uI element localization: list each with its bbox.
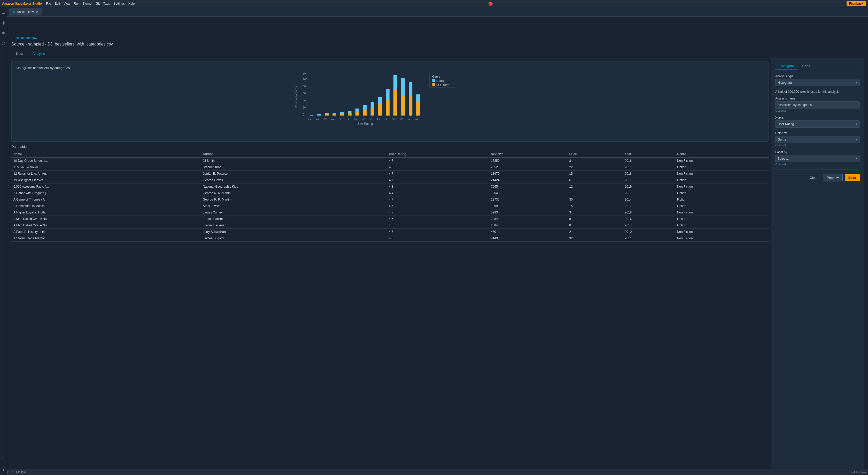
preview-button[interactable]: Preview — [823, 174, 842, 181]
menu-settings[interactable]: Settings — [114, 2, 125, 5]
svg-rect-29 — [401, 96, 405, 116]
app-logo: Amazon SageMaker Studio — [2, 2, 42, 5]
x-axis-select[interactable]: User Rating — [775, 120, 860, 128]
chart-container: Histogram: bestsellers by categories 120… — [11, 61, 769, 142]
status-bar: ⌨ x: 1 ⓘ Git: Idle untitled.flow — [0, 469, 868, 475]
tab-data[interactable]: Data — [11, 50, 28, 58]
right-panel: Configure Code Analysis type Histogram A… — [771, 58, 864, 475]
menu-edit[interactable]: Edit — [55, 2, 60, 5]
table-row: A Higher Loyalty: Truth,...James Comey4.… — [11, 209, 769, 216]
cell-author: Fredrik Backman — [201, 222, 387, 229]
left-panel: Histogram: bestsellers by categories 120… — [11, 58, 771, 475]
cell-rating: 4.6 — [387, 222, 489, 229]
cell-price: 6 — [567, 177, 623, 183]
facet-by-select[interactable]: Select... — [775, 155, 860, 162]
config-tab-nav: Configure Code — [775, 63, 860, 70]
cell-author: JJ Smith — [201, 158, 387, 164]
analysis-tab-nav: Data Analysis — [11, 50, 864, 58]
analysis-name-input[interactable] — [775, 101, 860, 109]
cell-name: 10-Day Green Smoothi... — [11, 158, 201, 164]
table-row: 10-Day Green Smoothi...JJ Smith4.7173508… — [11, 158, 769, 164]
cell-name: A Dance with Dragons (… — [11, 190, 201, 197]
cell-year: 2017 — [623, 177, 675, 183]
sidebar-icon-nodes[interactable]: ⋱ — [1, 457, 6, 463]
analysis-type-select[interactable]: Histogram — [775, 79, 860, 86]
cell-reviews: 5983 — [489, 209, 567, 216]
menu-git[interactable]: Git — [96, 2, 100, 5]
bar-fiction-3.3 — [310, 115, 313, 116]
save-button[interactable]: Save — [845, 174, 860, 181]
menu-help[interactable]: Help — [128, 2, 135, 5]
flow-icon: ◈ — [13, 10, 15, 14]
svg-text:4.5: 4.5 — [377, 118, 380, 120]
svg-text:Fiction: Fiction — [436, 79, 444, 82]
sidebar-icon-plus[interactable]: ⊕ — [1, 30, 6, 36]
svg-text:100: 100 — [303, 78, 307, 81]
cell-name: A Stolen Life: A Memoir — [11, 235, 201, 242]
cell-rating: 4.7 — [387, 197, 489, 203]
cell-rating: 4.6 — [387, 235, 489, 242]
notification-badge[interactable]: 4 — [489, 2, 493, 6]
cell-author: Jordan B. Peterson — [201, 171, 387, 177]
analysis-type-select-wrapper: Histogram — [775, 79, 860, 86]
color-by-select[interactable]: Genre — [775, 136, 860, 143]
sidebar-icon-circle[interactable]: ◉ — [1, 20, 6, 25]
config-tab-configure[interactable]: Configure — [775, 63, 798, 70]
analysis-name-label: Analysis name — [775, 97, 860, 100]
sidebar-icon-tools[interactable]: ✦ — [1, 467, 6, 473]
color-by-optional: Optional — [775, 144, 860, 147]
svg-text:User Rating: User Rating — [356, 122, 373, 126]
facet-by-select-wrapper: Select... — [775, 155, 860, 162]
table-row: 12 Rules for Life: An An...Jordan B. Pet… — [11, 171, 769, 177]
tab-analysis[interactable]: Analysis — [28, 50, 49, 58]
menu-kernel[interactable]: Kernel — [83, 2, 92, 5]
menu-view[interactable]: View — [64, 2, 70, 5]
menu-tabs[interactable]: Tabs — [103, 2, 110, 5]
table-row: A Patriot's History of th...Larry Schwei… — [11, 229, 769, 235]
svg-rect-15 — [348, 113, 351, 116]
cell-reviews: 7665 — [489, 183, 567, 190]
table-wrapper[interactable]: Name Author User Rating Reviews Price Ye… — [11, 151, 769, 475]
svg-text:20: 20 — [303, 106, 306, 109]
cell-rating: 4.7 — [387, 209, 489, 216]
status-right: untitled.flow — [851, 471, 866, 474]
config-tab-code[interactable]: Code — [798, 63, 814, 70]
svg-rect-25 — [386, 100, 390, 116]
tab-close-button[interactable]: ✕ — [36, 10, 39, 14]
cell-name: A Game of Thrones / A... — [11, 197, 201, 203]
col-price: Price — [567, 151, 623, 158]
cell-author: Fredrik Backman — [201, 216, 387, 222]
cell-author: National Geographic Kids — [201, 183, 387, 190]
x-axis-group: X axis User Rating — [775, 116, 860, 128]
cell-reviews: 21424 — [489, 177, 567, 183]
table-row: A Dance with Dragons (…George R. R. Mart… — [11, 190, 769, 197]
analysis-name-group: Analysis name Optional — [775, 97, 860, 112]
svg-text:4.95: 4.95 — [414, 118, 418, 120]
cell-price: 2 — [567, 229, 623, 235]
menu-file[interactable]: File — [46, 2, 51, 5]
menu-bar: File Edit View Run Kernel Git Tabs Setti… — [46, 2, 134, 5]
file-tab[interactable]: ◈ untitled.flow ✕ — [9, 8, 42, 16]
cell-name: 1984 (Signet Classics) — [11, 177, 201, 183]
chart-area: 120 100 80 60 40 20 0 Count of Records — [16, 72, 765, 137]
svg-text:Genre: Genre — [432, 75, 440, 78]
svg-text:4.2: 4.2 — [354, 118, 357, 120]
cell-name: A Man Called Ove: A No... — [11, 222, 201, 229]
cell-price: 8 — [567, 222, 623, 229]
svg-rect-21 — [371, 108, 374, 116]
sidebar-icon-menu[interactable]: ☰ — [1, 9, 6, 15]
svg-text:80: 80 — [303, 85, 306, 88]
menu-run[interactable]: Run — [74, 2, 80, 5]
feedback-button[interactable]: Feedback — [846, 1, 866, 6]
cell-genre: Non Fiction — [675, 183, 769, 190]
back-link[interactable]: ‹ Back to data flow — [11, 36, 864, 40]
tab-bar: ◈ untitled.flow ✕ — [0, 7, 868, 17]
sidebar-icon-globe[interactable]: ◎ — [1, 40, 6, 46]
cell-price: 8 — [567, 158, 623, 164]
cell-genre: Non Fiction — [675, 171, 769, 177]
cell-reviews: 2052 — [489, 164, 567, 171]
svg-text:4.8: 4.8 — [399, 118, 402, 120]
clear-button[interactable]: Clear — [807, 174, 821, 181]
svg-rect-33 — [416, 101, 420, 116]
cell-genre: Fiction — [675, 222, 769, 229]
